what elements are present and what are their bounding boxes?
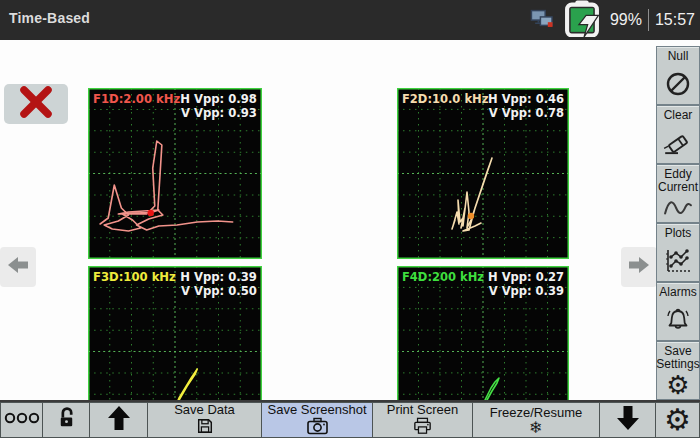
sidebar-button-plots[interactable]: Plots: [656, 223, 700, 282]
svg-text:H Vpp: 0.46: H Vpp: 0.46: [488, 92, 564, 106]
null-circle-slash-icon: [664, 63, 692, 104]
main-area: F1D:2.00 kHzH Vpp: 0.98V Vpp: 0.93 F2D:1…: [0, 40, 656, 400]
sidebar-button-alarms[interactable]: Alarms: [656, 282, 700, 341]
close-button[interactable]: [4, 84, 68, 124]
save-data-button[interactable]: Save Data: [148, 402, 262, 438]
bell-icon: [662, 299, 694, 340]
page-title: Time-Based: [9, 10, 90, 26]
save-screenshot-label: Save Screenshot: [267, 402, 366, 417]
more-dots-icon: [4, 411, 40, 429]
svg-text:V Vpp: 0.39: V Vpp: 0.39: [489, 284, 564, 298]
plot-f2d[interactable]: F2D:10.0 kHzH Vpp: 0.46V Vpp: 0.78: [397, 88, 569, 259]
eraser-icon: [662, 122, 694, 163]
freeze-resume-button[interactable]: Freeze/Resume ❄: [473, 402, 600, 438]
svg-text:H Vpp: 0.27: H Vpp: 0.27: [488, 270, 564, 284]
status-cluster: 99% 15:57: [530, 0, 695, 40]
freeze-resume-label: Freeze/Resume: [490, 405, 582, 420]
gear-icon: ⚙: [664, 405, 691, 435]
save-screenshot-button[interactable]: Save Screenshot: [262, 402, 373, 438]
sidebar-button-null[interactable]: Null: [656, 46, 700, 105]
plot-f1d[interactable]: F1D:2.00 kHzH Vpp: 0.98V Vpp: 0.93: [88, 88, 262, 259]
svg-text:V Vpp: 0.50: V Vpp: 0.50: [181, 284, 257, 298]
svg-text:V Vpp: 0.93: V Vpp: 0.93: [181, 106, 257, 120]
svg-text:F3D:100 kHz: F3D:100 kHz: [93, 270, 176, 284]
sidebar-label: Alarms: [659, 286, 696, 299]
snowflake-icon: ❄: [529, 420, 542, 436]
down-arrow-button[interactable]: [600, 402, 656, 438]
down-arrow-icon: [615, 404, 641, 436]
sidebar-label: Null: [668, 50, 689, 63]
sidebar-button-eddy-current[interactable]: Eddy Current: [656, 164, 700, 223]
sidebar-button-clear[interactable]: Clear: [656, 105, 700, 164]
svg-text:F4D:200 kHz: F4D:200 kHz: [402, 270, 484, 284]
settings-button[interactable]: ⚙: [656, 402, 700, 438]
battery-charging-icon: [560, 0, 604, 41]
lock-open-icon: [54, 406, 79, 435]
sidebar-label: Clear: [664, 109, 693, 122]
network-computer-icon: [530, 9, 554, 32]
sidebar-label: Eddy Current: [657, 168, 699, 194]
save-data-label: Save Data: [174, 402, 235, 417]
sidebar-button-save-settings[interactable]: Save Settings ⚙: [656, 341, 700, 400]
floppy-disk-icon: [195, 417, 215, 438]
lock-button[interactable]: [43, 402, 90, 438]
print-screen-label: Print Screen: [387, 402, 459, 417]
gear-icon: ⚙: [666, 371, 689, 399]
svg-text:V Vpp: 0.78: V Vpp: 0.78: [489, 106, 564, 120]
svg-text:H Vpp: 0.98: H Vpp: 0.98: [180, 92, 257, 106]
svg-text:F2D:10.0 kHz: F2D:10.0 kHz: [402, 92, 489, 106]
battery-percent: 99%: [610, 11, 642, 29]
right-arrow-icon: [626, 255, 652, 279]
svg-text:H Vpp: 0.39: H Vpp: 0.39: [180, 270, 257, 284]
up-arrow-button[interactable]: [90, 402, 148, 438]
title-bar: Time-Based 99%: [0, 0, 700, 40]
sidebar-label: Plots: [665, 227, 692, 240]
bottom-toolbar: Save Data Save Screenshot P: [0, 400, 700, 438]
print-screen-button[interactable]: Print Screen: [373, 402, 473, 438]
close-icon: [16, 86, 56, 122]
plots-chart-icon: [663, 240, 693, 281]
printer-icon: [411, 417, 434, 438]
more-options-button[interactable]: [0, 402, 43, 438]
status-divider: [648, 9, 649, 31]
sidebar-label: Save Settings: [656, 345, 699, 371]
prev-page-button[interactable]: [0, 247, 36, 287]
eddy-current-wave-icon: [661, 194, 695, 222]
next-page-button[interactable]: [621, 247, 657, 287]
clock: 15:57: [655, 11, 695, 29]
up-arrow-icon: [106, 404, 132, 436]
svg-text:F1D:2.00 kHz: F1D:2.00 kHz: [93, 92, 180, 106]
left-arrow-icon: [5, 255, 31, 279]
camera-icon: [306, 417, 329, 438]
instrument-screen: Time-Based 99%: [0, 0, 700, 438]
